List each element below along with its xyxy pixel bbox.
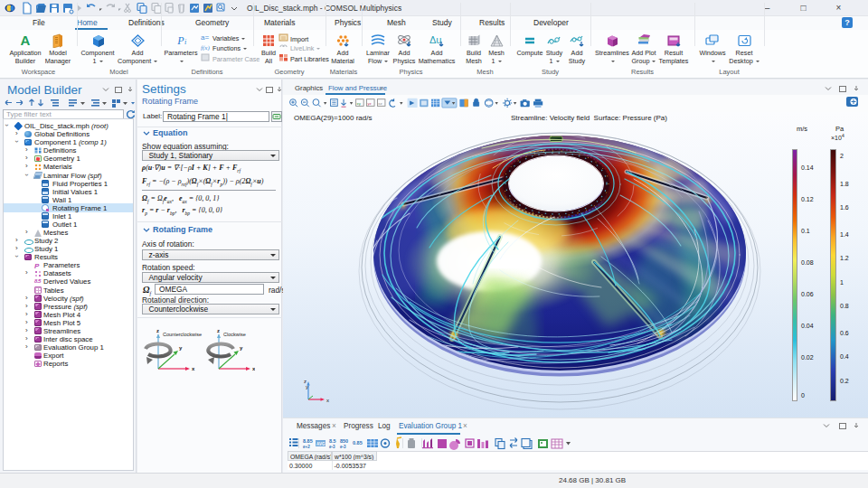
svg-text:8.5: 8.5 <box>329 438 336 444</box>
svg-text:x: x <box>192 366 195 371</box>
svg-text:A: A <box>21 33 31 48</box>
svg-text:AVG: AVG <box>316 442 326 446</box>
svg-text:0.85: 0.85 <box>353 440 363 446</box>
svg-text:a=: a= <box>201 33 209 41</box>
svg-text:0.14: 0.14 <box>801 164 814 171</box>
svg-text:0.1: 0.1 <box>801 228 810 234</box>
svg-text:Clockwise: Clockwise <box>223 332 246 337</box>
svg-text:Δu: Δu <box>429 34 441 45</box>
svg-text:0.6: 0.6 <box>840 330 849 336</box>
svg-text:2: 2 <box>840 153 844 159</box>
svg-text:1.4: 1.4 <box>840 231 849 238</box>
svg-text:xz: xz <box>378 101 382 106</box>
svg-text:0.4: 0.4 <box>840 353 849 360</box>
svg-text:0.02: 0.02 <box>801 354 814 361</box>
svg-text:0.12: 0.12 <box>801 196 814 202</box>
svg-text:Counterclockwise: Counterclockwise <box>163 332 202 337</box>
svg-text:x: x <box>252 366 255 371</box>
svg-text:1.2: 1.2 <box>840 255 849 261</box>
svg-text:f(x): f(x) <box>201 44 210 51</box>
svg-text:1.8: 1.8 <box>840 181 849 187</box>
svg-text:z: z <box>156 328 159 333</box>
svg-text:0: 0 <box>801 392 805 399</box>
svg-text:0.2: 0.2 <box>840 378 849 384</box>
svg-text:e-3: e-3 <box>340 445 346 449</box>
svg-text:i: i <box>184 38 185 46</box>
svg-text:850: 850 <box>340 438 348 444</box>
svg-text:y: y <box>240 345 243 351</box>
svg-text:xy: xy <box>357 101 362 106</box>
svg-text:8.85: 8.85 <box>303 438 313 444</box>
svg-text:0.04: 0.04 <box>801 323 814 329</box>
svg-text:0.06: 0.06 <box>801 291 814 297</box>
svg-text:z: z <box>217 328 220 333</box>
svg-text:y: y <box>306 384 308 389</box>
svg-text:e+2: e+2 <box>303 445 310 449</box>
svg-text:1: 1 <box>840 279 844 286</box>
svg-text:e-3: e-3 <box>329 445 335 449</box>
svg-text:1.6: 1.6 <box>840 204 849 211</box>
svg-text:y: y <box>179 345 183 351</box>
svg-text:yz: yz <box>367 101 371 106</box>
svg-text:0.8: 0.8 <box>840 303 849 309</box>
svg-text:0.08: 0.08 <box>801 259 814 266</box>
svg-text:x: x <box>326 398 329 403</box>
